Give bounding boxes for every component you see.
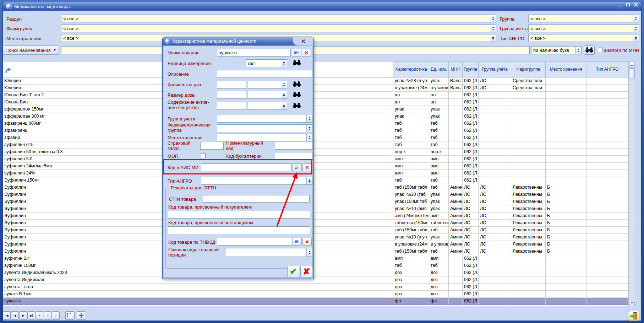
- nav-delete-button[interactable]: −: [44, 311, 51, 320]
- search-mode-combo[interactable]: по наличию букв: [531, 46, 582, 54]
- column-header[interactable]: Характеристика: [393, 61, 429, 77]
- buyer-code-input[interactable]: [168, 211, 310, 219]
- name-clear-button[interactable]: ✕: [302, 49, 311, 56]
- table-row[interactable]: эуфилин 150мгтабтаб062 (Л: [3, 262, 635, 269]
- table-row[interactable]: эфавиренц 600мгтабтаб062 (Л: [3, 120, 635, 127]
- column-header[interactable]: Группа учёта: [479, 61, 511, 77]
- nomenclature-code-input[interactable]: [275, 142, 313, 150]
- table-row[interactable]: Эуфиллинтаб (150мг таблтабАминоЛСЛСЛекар…: [3, 184, 635, 191]
- name-input[interactable]: эувакс-в: [217, 49, 291, 56]
- dose-size-input[interactable]: [217, 91, 246, 99]
- unit-find-icon[interactable]: [293, 60, 301, 66]
- kind-combo[interactable]: [225, 248, 313, 257]
- updown-spinner-icon[interactable]: [281, 81, 287, 88]
- dose-count-combo[interactable]: [247, 81, 287, 88]
- table-row[interactable]: эфавиренцтабтаб062 (Л: [3, 127, 635, 134]
- ais-mi-pick-from-list-button[interactable]: [293, 163, 302, 171]
- nav-next-button[interactable]: ▶: [19, 311, 27, 320]
- table-row[interactable]: эупента Индийская июль 2023доздоз062 (Л: [3, 269, 635, 276]
- table-row[interactable]: Эуфиллинупак №10 (ампупакАминоЛСЛСЛекарс…: [3, 205, 635, 212]
- updown-spinner-icon[interactable]: [633, 15, 639, 22]
- table-row[interactable]: Эуфиллинупак №10 (в упупакАминоЛСЛСЛекар…: [3, 234, 635, 241]
- filter-tip-angro-combo[interactable]: < все >: [528, 34, 639, 42]
- column-header[interactable]: МНН: [449, 61, 463, 77]
- table-row[interactable]: Эуфиллинтаблетки (150мгтаблеткиАминоЛСЛС…: [3, 220, 635, 227]
- filter-gruppa-combo[interactable]: < все >: [528, 15, 639, 22]
- filter-razdel-combo[interactable]: < все >: [61, 15, 496, 22]
- active-substance-input[interactable]: [217, 102, 246, 110]
- name-pick-from-list-button[interactable]: [292, 49, 301, 56]
- dose-count-find-icon[interactable]: [293, 81, 301, 87]
- table-row[interactable]: эфавиртабтаб062 (Л: [3, 134, 635, 141]
- nav-edit-button[interactable]: /: [52, 311, 60, 320]
- updown-spinner-icon[interactable]: [633, 34, 639, 42]
- table-row[interactable]: эупента в-надоздоз062 (Л: [3, 284, 635, 291]
- updown-spinner-icon[interactable]: [306, 134, 312, 141]
- dose-size-find-icon[interactable]: [293, 92, 301, 97]
- dialog-close-button[interactable]: [293, 37, 313, 45]
- ais-mi-clear-button[interactable]: ✕: [302, 163, 312, 171]
- accounting-code-input[interactable]: [275, 152, 313, 160]
- table-row[interactable]: эуфиллин 5.0ампамп062 (Л: [3, 156, 635, 163]
- cancel-button[interactable]: ✘: [300, 266, 312, 277]
- table-row[interactable]: эуфиллин 24мг\мл 5млампамп062 (Л: [3, 163, 635, 170]
- minimize-button[interactable]: [617, 2, 623, 7]
- table-row[interactable]: Юнона Биоштшт062 (Л: [3, 99, 635, 106]
- updown-spinner-icon[interactable]: [306, 177, 312, 184]
- table-row[interactable]: Юнона Био-Т тип 2штшт062 (Л: [3, 92, 635, 99]
- ok-button[interactable]: ✔: [287, 266, 299, 277]
- active-substance-combo[interactable]: [247, 102, 287, 110]
- column-header[interactable]: Место хранения: [546, 61, 586, 77]
- updown-spinner-icon[interactable]: [575, 47, 581, 54]
- updown-spinner-icon[interactable]: [281, 60, 287, 67]
- table-row[interactable]: эффералган 300 мгупакупак062 (Л: [3, 113, 635, 120]
- updown-spinner-icon[interactable]: [306, 248, 312, 257]
- updown-spinner-icon[interactable]: [490, 25, 496, 32]
- pharm-group-combo[interactable]: [217, 124, 313, 132]
- sort-refresh-icon[interactable]: [5, 68, 11, 74]
- table-row[interactable]: Эуфиллинупак №30 (табупакАминоЛСЛСЛекарс…: [3, 191, 635, 198]
- ais-mi-code-input[interactable]: [201, 163, 292, 171]
- window-titlebar[interactable]: Медикаменты, медтовары: [2, 2, 642, 11]
- table-row[interactable]: эуфиллин 50 мг, глюкоза 0.3пор-кпор-к062…: [3, 149, 635, 156]
- updown-spinner-icon[interactable]: [281, 91, 287, 98]
- find-button[interactable]: [584, 45, 595, 55]
- active-substance-find-icon[interactable]: [293, 103, 301, 108]
- nav-insert-button[interactable]: +: [36, 311, 43, 320]
- dialog-titlebar[interactable]: Характеристика материальной ценности: [163, 37, 313, 45]
- table-row[interactable]: эуфиллин 24%ампамп062 (Л: [3, 170, 635, 177]
- table-row[interactable]: Эуфиллинтаб (150мг таблтабАминоЛСЛСЛекар…: [3, 227, 635, 234]
- updown-spinner-icon[interactable]: [490, 34, 496, 42]
- angro-type-combo[interactable]: [201, 177, 313, 185]
- gtin-input[interactable]: [203, 195, 310, 203]
- table-row[interactable]: эувакс-вфлфл062 (Л: [3, 298, 635, 305]
- table-row[interactable]: эффералгон 150мгупакупак062 (Л: [3, 106, 635, 113]
- description-input[interactable]: [217, 70, 312, 78]
- updown-spinner-icon[interactable]: [306, 125, 312, 132]
- nav-first-button[interactable]: |◀: [3, 311, 11, 320]
- scrollbar-up-button[interactable]: [629, 62, 635, 68]
- tnved-clear-button[interactable]: ✕: [302, 238, 312, 246]
- tnved-pick-from-list-button[interactable]: [293, 238, 302, 246]
- grid-vertical-scrollbar[interactable]: [628, 61, 635, 307]
- updown-spinner-icon[interactable]: [281, 102, 287, 109]
- dose-size-combo[interactable]: [247, 91, 287, 99]
- table-row[interactable]: эуфилин 2.4ампамп062 (Л: [3, 255, 635, 262]
- mop-checkbox[interactable]: [201, 154, 206, 158]
- table-row[interactable]: Эуфиллинв упаковке (24мв упаковАминоЛСЛС…: [3, 241, 635, 248]
- updown-spinner-icon[interactable]: [306, 115, 312, 122]
- scrollbar-thumb[interactable]: [629, 68, 635, 79]
- scrollbar-down-button[interactable]: [629, 301, 635, 306]
- search-name-button[interactable]: Поиск наименования ▼: [3, 45, 59, 55]
- column-header[interactable]: Группа: [463, 61, 479, 77]
- exit-button[interactable]: [628, 311, 639, 321]
- filter-farmgruppa-combo[interactable]: < все >: [61, 25, 496, 32]
- unit-combo[interactable]: фл: [246, 59, 287, 67]
- nav-last-button[interactable]: ▶|: [27, 311, 35, 320]
- table-row[interactable]: эуфиллин о15табтаб062 (Л: [3, 141, 635, 149]
- table-row[interactable]: Юпериоупак №28 (в упупакВалсар062 (ЛЛССр…: [3, 77, 635, 85]
- updown-spinner-icon[interactable]: [490, 15, 496, 22]
- table-row[interactable]: эупента Индийскаядоздоз062 (Л: [3, 276, 635, 284]
- reserve-input[interactable]: [200, 142, 224, 150]
- dose-count-input[interactable]: [217, 81, 246, 88]
